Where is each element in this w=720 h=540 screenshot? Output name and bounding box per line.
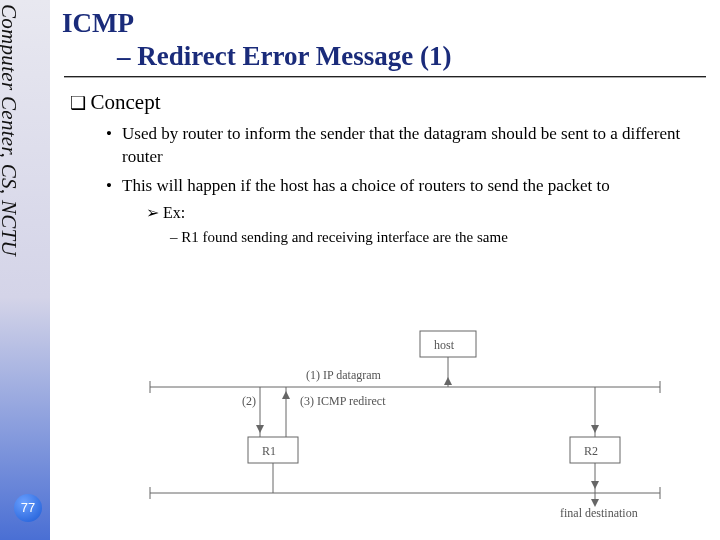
arrow-2-label: (2) (242, 394, 256, 408)
svg-marker-19 (591, 481, 599, 489)
svg-marker-15 (256, 425, 264, 433)
network-diagram: host R1 R2 (1) IP datagram (2) (3) ICMP … (140, 325, 670, 525)
bullet-list: Used by router to inform the sender that… (106, 123, 710, 248)
host-label: host (434, 338, 455, 352)
svg-marker-17 (444, 377, 452, 385)
slide-content: ICMP – Redirect Error Message (1) Concep… (62, 8, 710, 254)
sub-bullet-2: R1 found sending and receiving interface… (170, 227, 710, 247)
institution-label: Computer Center, CS, NCTU (0, 4, 21, 256)
title-underline (64, 76, 706, 78)
final-destination-label: final destination (560, 506, 638, 520)
bullet-item: This will happen if the host has a choic… (106, 175, 710, 248)
section-heading: Concept (70, 90, 710, 115)
slide-subtitle: – Redirect Error Message (1) (117, 41, 710, 72)
section: Concept Used by router to inform the sen… (62, 90, 710, 248)
bullet-item: Used by router to inform the sender that… (106, 123, 710, 169)
svg-marker-16 (282, 391, 290, 399)
svg-marker-18 (591, 425, 599, 433)
sub-bullet-1: Ex: (146, 202, 710, 224)
r1-label: R1 (262, 444, 276, 458)
sidebar: Computer Center, CS, NCTU 77 (0, 0, 50, 540)
arrow-1-label: (1) IP datagram (306, 368, 382, 382)
slide-number-badge: 77 (14, 494, 42, 522)
arrow-3-label: (3) ICMP redirect (300, 394, 386, 408)
slide-title: ICMP (62, 8, 710, 39)
bullet-text: This will happen if the host has a choic… (122, 176, 610, 195)
r2-label: R2 (584, 444, 598, 458)
